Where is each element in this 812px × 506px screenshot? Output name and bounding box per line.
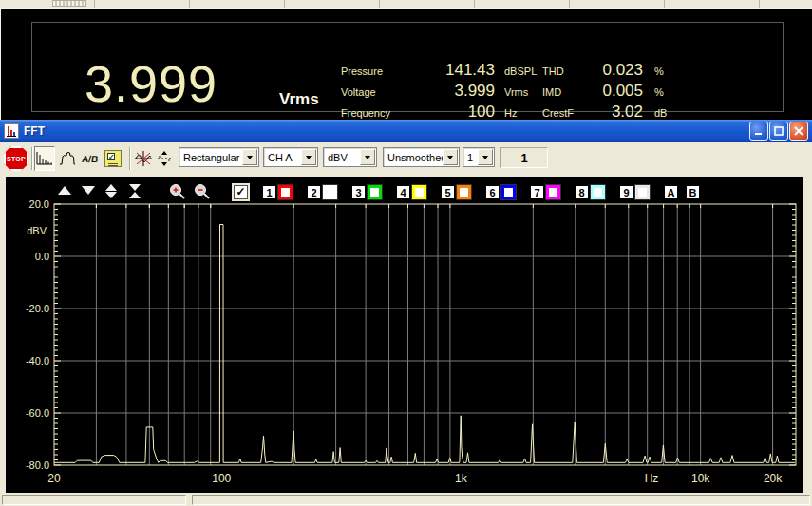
meter-cell: IMD: [542, 86, 586, 98]
overlay-color-swatch-6[interactable]: [501, 185, 516, 199]
dropdown-value: 1: [463, 152, 478, 163]
chevron-down-icon[interactable]: [242, 149, 257, 165]
svg-text:-60.0: -60.0: [26, 407, 49, 419]
smoothing-dropdown[interactable]: Unsmoothed: [383, 147, 460, 167]
meter-cell: Frequency: [341, 107, 421, 119]
big-voltage-unit: Vrms: [279, 90, 319, 109]
overlay-color-swatch-3[interactable]: [368, 185, 382, 199]
meter-cell: Voltage: [341, 86, 421, 98]
fft-window-icon: [4, 123, 19, 139]
overlay-color-swatch-5[interactable]: [457, 185, 471, 199]
overlay-button-6[interactable]: 6: [485, 185, 500, 199]
window-function-dropdown[interactable]: Rectangular: [179, 147, 259, 167]
svg-text:100: 100: [212, 472, 231, 485]
toolbar-separator: [31, 147, 33, 170]
ruler-hatch: [52, 0, 86, 7]
meter-cell: 0.023: [586, 61, 643, 80]
expand-scale-icon[interactable]: [105, 184, 117, 198]
meter-cell: Pressure: [341, 66, 421, 77]
overlay-button-9[interactable]: 9: [619, 185, 633, 199]
zoom-in-icon[interactable]: [169, 183, 186, 204]
screen: 3.999 Vrms Pressure141.43dBSPLTHD0.023%V…: [0, 0, 812, 506]
svg-text:10k: 10k: [691, 472, 710, 485]
spectrum-curve-icon[interactable]: [57, 146, 78, 171]
meter-cell: THD: [542, 66, 586, 77]
overlay-color-swatch-2[interactable]: [323, 185, 337, 199]
zoom-out-icon[interactable]: [194, 183, 211, 204]
chevron-down-icon[interactable]: [301, 149, 316, 165]
fft-title-bar[interactable]: FFT: [0, 120, 812, 142]
fft-toolbar: STOP A/B ✓: [0, 142, 812, 177]
memory-button-B[interactable]: B: [686, 185, 700, 199]
memory-button-A[interactable]: A: [664, 185, 678, 199]
big-voltage-readout: 3.999: [85, 54, 246, 113]
status-panel-right: [192, 495, 810, 505]
svg-text:20.0: 20.0: [29, 198, 49, 210]
svg-text:Hz: Hz: [645, 472, 659, 485]
compress-scale-icon[interactable]: [129, 184, 141, 198]
overlay-color-swatch-4[interactable]: [412, 185, 426, 199]
svg-text:-80.0: -80.0: [26, 459, 49, 471]
meter-cell: 3.02: [586, 103, 643, 122]
meter-cell: CrestF: [542, 107, 586, 119]
dropdown-value: CH A: [264, 152, 301, 163]
scale-up-icon[interactable]: [58, 186, 71, 195]
svg-text:20: 20: [47, 472, 61, 485]
overlay-color-swatch-7[interactable]: [546, 185, 560, 199]
overlay-button-1[interactable]: 1: [262, 185, 276, 199]
meter-cell: 3.999: [421, 82, 495, 101]
status-panel-left: [2, 495, 186, 505]
channel-dropdown[interactable]: CH A: [263, 147, 318, 167]
meter-cell: 100: [421, 103, 495, 122]
chevron-down-icon[interactable]: [360, 149, 375, 165]
checklist-icon[interactable]: ✓: [103, 146, 123, 171]
fft-plot: 20.00.0-20.0-40.0-60.0-80.0dBV201001k10k…: [6, 177, 803, 493]
svg-text:-40.0: -40.0: [26, 355, 49, 366]
meter-readings-table: Pressure141.43dBSPLTHD0.023%Voltage3.999…: [341, 61, 671, 123]
minimize-button[interactable]: [749, 122, 768, 141]
meter-cell: Vrms: [495, 86, 542, 98]
overlay-button-2[interactable]: 2: [307, 185, 321, 199]
overlay-enable-checkbox[interactable]: ✓: [234, 185, 248, 199]
dropdown-value: Unsmoothed: [384, 152, 443, 163]
overlay-color-swatch-1[interactable]: [278, 185, 293, 199]
overlay-color-swatch-8[interactable]: [591, 185, 605, 199]
svg-text:-20.0: -20.0: [26, 303, 49, 314]
meter-cell: %: [643, 66, 671, 77]
status-bar: [0, 493, 812, 506]
averages-count-display: 1: [500, 147, 548, 168]
meter-cell: Hz: [495, 107, 542, 119]
ab-compare-icon[interactable]: A/B: [80, 146, 101, 171]
overlay-button-7[interactable]: 7: [530, 185, 544, 199]
stop-icon[interactable]: STOP: [4, 146, 28, 171]
autoscale-icon[interactable]: [156, 146, 173, 171]
scale-down-icon[interactable]: [82, 186, 95, 195]
dropdown-value: dBV: [324, 152, 360, 163]
averages-dropdown[interactable]: 1: [463, 147, 495, 167]
meter-cell: dBSPL: [495, 66, 542, 77]
background-window-edge: [0, 0, 812, 8]
toolbar-separator: [129, 147, 131, 170]
window-title: FFT: [24, 124, 45, 138]
svg-text:20k: 20k: [764, 472, 783, 485]
maximize-button[interactable]: [769, 122, 788, 141]
overlay-color-swatch-9[interactable]: [635, 185, 650, 199]
overlay-button-4[interactable]: 4: [396, 185, 410, 199]
meter-cell: dB: [643, 107, 671, 119]
overlay-button-8[interactable]: 8: [575, 185, 589, 199]
chevron-down-icon[interactable]: [478, 149, 493, 165]
fft-window: FFT STOP: [0, 120, 812, 506]
meter-panel: 3.999 Vrms Pressure141.43dBSPLTHD0.023%V…: [0, 8, 812, 120]
overlay-button-5[interactable]: 5: [441, 185, 455, 199]
units-dropdown[interactable]: dBV: [323, 147, 377, 167]
fft-chart-panel: 20.00.0-20.0-40.0-60.0-80.0dBV201001k10k…: [6, 177, 803, 493]
chevron-down-icon[interactable]: [443, 149, 458, 165]
overlay-button-3[interactable]: 3: [351, 185, 366, 199]
svg-text:0.0: 0.0: [35, 251, 49, 262]
spectrum-bars-icon[interactable]: [34, 146, 55, 171]
dropdown-value: Rectangular: [179, 152, 242, 163]
meter-row: Voltage3.999VrmsIMD0.005%: [341, 82, 671, 103]
meter-cell: 141.43: [421, 61, 495, 80]
oscilloscope-icon[interactable]: [133, 146, 154, 171]
close-button[interactable]: [789, 122, 808, 141]
